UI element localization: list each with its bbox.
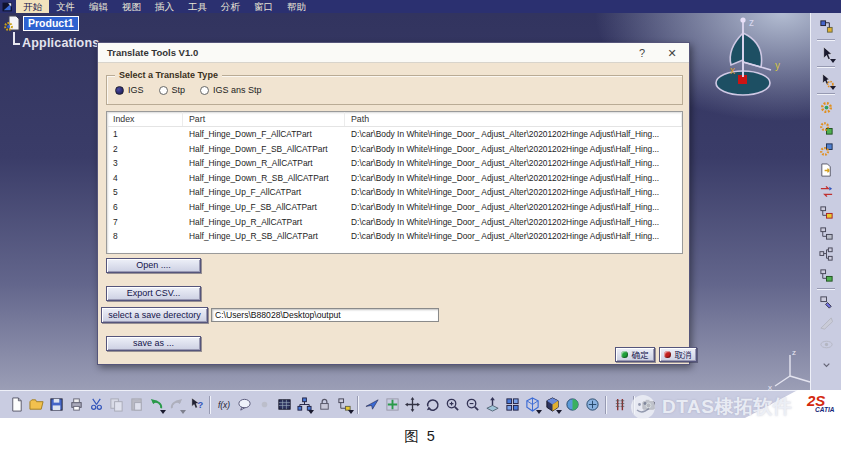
translate-type-groupbox: Select a Translate Type IGSStpIGS ans St… bbox=[106, 75, 683, 105]
knowledge-dot-icon bbox=[254, 395, 274, 415]
translate-tools-dialog: Translate Tools V1.0 ? ✕ Select a Transl… bbox=[97, 42, 690, 365]
menu-item-4[interactable]: 插入 bbox=[148, 0, 181, 13]
tree-node-green-icon[interactable] bbox=[816, 265, 836, 286]
cut-icon[interactable] bbox=[86, 395, 106, 415]
ok-button[interactable]: 确定 bbox=[615, 347, 655, 362]
toolbar-divider bbox=[817, 39, 835, 41]
graduation-icon[interactable] bbox=[610, 395, 630, 415]
replace-component-icon[interactable] bbox=[816, 181, 836, 202]
right-toolbar bbox=[810, 13, 841, 390]
smart-select-icon[interactable] bbox=[816, 70, 836, 91]
shaded-cube-icon[interactable] bbox=[542, 395, 562, 415]
select-save-directory-button[interactable]: select a save derectory bbox=[101, 307, 208, 323]
tree-node-product[interactable]: Product1 bbox=[4, 15, 79, 31]
radio-igs-ans-stp[interactable]: IGS ans Stp bbox=[200, 85, 262, 95]
tree-root-label[interactable]: Product1 bbox=[23, 16, 79, 31]
radio-label: IGS bbox=[128, 85, 144, 95]
menu-item-5[interactable]: 工具 bbox=[181, 0, 214, 13]
pan-icon[interactable] bbox=[402, 395, 422, 415]
parts-table[interactable]: Index Part Path 1Half_Hinge_Down_F_AllCA… bbox=[106, 111, 683, 254]
component-gear-box-icon[interactable] bbox=[816, 139, 836, 160]
cell-path: D:\car\Body In White\Hinge_Door_ Adjust_… bbox=[345, 215, 682, 230]
menu-item-2[interactable]: 编辑 bbox=[82, 0, 115, 13]
zoom-in-icon[interactable] bbox=[442, 395, 462, 415]
eye-icon bbox=[816, 334, 836, 355]
menu-item-6[interactable]: 分析 bbox=[214, 0, 247, 13]
table-row[interactable]: 2Half_Hinge_Down_F_SB_AllCATPartD:\car\B… bbox=[107, 142, 682, 157]
lock-icon[interactable] bbox=[314, 395, 334, 415]
table-row[interactable]: 1Half_Hinge_Down_F_AllCATPartD:\car\Body… bbox=[107, 127, 682, 142]
zoom-out-icon[interactable] bbox=[462, 395, 482, 415]
toolbar-divider bbox=[817, 93, 835, 95]
render-style-2-icon[interactable] bbox=[582, 395, 602, 415]
save-as-button[interactable]: save as ... bbox=[106, 336, 201, 351]
tree-node-gray-icon[interactable] bbox=[816, 223, 836, 244]
formula-icon[interactable]: f(x) bbox=[214, 395, 234, 415]
open-folder-icon[interactable] bbox=[26, 395, 46, 415]
orientation-compass[interactable]: z y x bbox=[703, 13, 789, 101]
dropdown-arrow-icon[interactable] bbox=[830, 59, 836, 63]
cancel-button[interactable]: 取消 bbox=[659, 347, 697, 362]
help-select-icon[interactable]: ? bbox=[186, 395, 206, 415]
menu-item-8[interactable]: 帮助 bbox=[280, 0, 313, 13]
radio-stp[interactable]: Stp bbox=[159, 85, 186, 95]
cell-path: D:\car\Body In White\Hinge_Door_ Adjust_… bbox=[345, 171, 682, 186]
table-row[interactable]: 3Half_Hinge_Down_R_AllCATPartD:\car\Body… bbox=[107, 156, 682, 171]
open-button[interactable]: Open .... bbox=[106, 258, 201, 273]
dialog-titlebar[interactable]: Translate Tools V1.0 ? ✕ bbox=[98, 43, 689, 63]
normal-view-icon[interactable] bbox=[482, 395, 502, 415]
fit-all-icon[interactable] bbox=[382, 395, 402, 415]
print-icon[interactable] bbox=[66, 395, 86, 415]
spreadsheet-icon[interactable] bbox=[274, 395, 294, 415]
dropdown-arrow-icon[interactable] bbox=[348, 410, 354, 414]
chat-bubble-icon[interactable] bbox=[234, 395, 254, 415]
radio-label: Stp bbox=[172, 85, 186, 95]
multi-view-icon[interactable] bbox=[502, 395, 522, 415]
render-style-icon[interactable] bbox=[562, 395, 582, 415]
menu-item-3[interactable]: 视图 bbox=[115, 0, 148, 13]
export-csv-button[interactable]: Export CSV... bbox=[106, 286, 201, 301]
hierarchy-icon[interactable] bbox=[294, 395, 314, 415]
svg-text:x: x bbox=[730, 65, 735, 76]
structure-filter-icon[interactable] bbox=[334, 395, 354, 415]
product-structure-icon[interactable] bbox=[816, 16, 836, 37]
tree-node-applications[interactable]: Applications bbox=[22, 36, 99, 50]
component-gear-orange-icon[interactable] bbox=[816, 97, 836, 118]
save-icon[interactable] bbox=[46, 395, 66, 415]
menu-item-7[interactable]: 窗口 bbox=[247, 0, 280, 13]
radio-igs[interactable]: IGS bbox=[115, 85, 144, 95]
chevron-more-icon[interactable] bbox=[816, 355, 836, 376]
dialog-help-button[interactable]: ? bbox=[631, 43, 653, 63]
fly-mode-icon[interactable] bbox=[362, 395, 382, 415]
viewport-3d: Product1 Applications z y x z y x bbox=[0, 13, 841, 390]
watermark-text: DTAS棣拓软件 bbox=[662, 394, 792, 420]
table-row[interactable]: 6Half_Hinge_Up_F_SB_AllCATPartD:\car\Bod… bbox=[107, 200, 682, 215]
table-row[interactable]: 8Half_Hinge_Up_R_SB_AllCATPartD:\car\Bod… bbox=[107, 229, 682, 244]
tree-node-blue-icon[interactable] bbox=[816, 292, 836, 313]
save-directory-field[interactable] bbox=[211, 308, 439, 322]
undo-icon[interactable] bbox=[146, 395, 166, 415]
table-row[interactable]: 4Half_Hinge_Down_R_SB_AllCATPartD:\car\B… bbox=[107, 171, 682, 186]
svg-text:CATIA: CATIA bbox=[815, 406, 835, 413]
dialog-title: Translate Tools V1.0 bbox=[107, 43, 198, 63]
application-window: 开始文件编辑视图插入工具分析窗口帮助 Product1 Applications… bbox=[0, 0, 841, 454]
radio-label: IGS ans Stp bbox=[213, 85, 262, 95]
dropdown-arrow-icon[interactable] bbox=[830, 86, 836, 90]
cell-part: Half_Hinge_Down_F_SB_AllCATPart bbox=[183, 142, 345, 157]
menu-item-1[interactable]: 文件 bbox=[49, 0, 82, 13]
menu-item-0[interactable]: 开始 bbox=[16, 0, 49, 13]
rotate-icon[interactable] bbox=[422, 395, 442, 415]
table-row[interactable]: 7Half_Hinge_Up_R_AllCATPartD:\car\Body I… bbox=[107, 215, 682, 230]
table-row[interactable]: 5Half_Hinge_Up_F_AllCATPartD:\car\Body I… bbox=[107, 185, 682, 200]
iso-cube-icon[interactable] bbox=[522, 395, 542, 415]
new-document-icon[interactable] bbox=[6, 395, 26, 415]
dialog-close-button[interactable]: ✕ bbox=[661, 43, 683, 63]
cell-part: Half_Hinge_Up_F_AllCATPart bbox=[183, 185, 345, 200]
select-cursor-icon[interactable] bbox=[816, 43, 836, 64]
component-gear-green-icon[interactable] bbox=[816, 118, 836, 139]
cell-path: D:\car\Body In White\Hinge_Door_ Adjust_… bbox=[345, 229, 682, 244]
new-part-document-icon[interactable] bbox=[816, 160, 836, 181]
graph-view-icon[interactable] bbox=[816, 244, 836, 265]
tree-node-yellow-icon[interactable] bbox=[816, 202, 836, 223]
cell-part: Half_Hinge_Up_R_AllCATPart bbox=[183, 215, 345, 230]
